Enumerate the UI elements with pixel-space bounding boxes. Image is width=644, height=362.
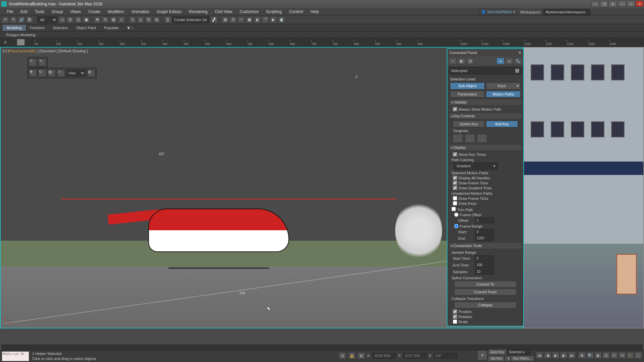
menu-group[interactable]: Group (48, 9, 66, 15)
doc-minimize-button[interactable]: – (591, 1, 599, 7)
timeline-config-icon[interactable]: ⋔ (3, 40, 7, 45)
key-flyout-icon[interactable]: ↯ (505, 356, 510, 361)
vp-2d-icon[interactable]: ⊞ (88, 69, 95, 77)
undo-icon[interactable]: ↶ (2, 16, 9, 23)
goto-start-icon[interactable]: ⏮ (536, 352, 543, 359)
modify-tab-icon[interactable]: ◧ (458, 58, 466, 64)
nav-orbit-icon[interactable]: ↻ (610, 352, 618, 359)
vp-move-icon[interactable]: ✥ (29, 69, 37, 77)
prev-frame-icon[interactable]: ◀ (544, 352, 551, 359)
nav-zoomext-icon[interactable]: ⊡ (602, 352, 610, 359)
doc-restore-button[interactable]: ❐ (600, 1, 608, 7)
link-icon[interactable]: 🔗 (18, 16, 25, 23)
select-icon[interactable]: ▭ (59, 16, 65, 23)
rollout-visibility[interactable]: Visibility (449, 99, 522, 106)
schematic-icon[interactable]: ▦ (246, 16, 253, 23)
maximize-button[interactable]: □ (627, 1, 635, 7)
path-coloring-dropdown[interactable]: Gradient▾ (454, 163, 498, 170)
menu-views[interactable]: Views (67, 9, 84, 15)
start-spinner[interactable] (475, 229, 494, 235)
autokey-button[interactable]: Auto Key (488, 349, 506, 355)
utilities-tab-icon[interactable]: 🔧 (514, 58, 522, 64)
viewport-label[interactable]: [+] [PhysCamera001 ] [Standard ] [Defaul… (3, 49, 88, 53)
viewport-perspective[interactable] (523, 47, 644, 328)
display-all-handles-checkbox[interactable]: Display All Handles (453, 176, 521, 180)
goto-end-icon[interactable]: ⏭ (568, 352, 576, 359)
named-sets-icon[interactable]: {} (164, 16, 171, 23)
always-show-checkbox[interactable]: Always Show Motion Path (453, 107, 521, 111)
selection-filter-dropdown[interactable]: All (37, 16, 57, 23)
delete-key-button[interactable]: Delete Key (453, 121, 485, 127)
menu-grapheditors[interactable]: Graph Editors (153, 9, 185, 15)
angle-snap-icon[interactable]: ∠ (137, 16, 144, 23)
nav-zoom-icon[interactable]: 🔍 (586, 352, 594, 359)
menu-content[interactable]: Content (286, 9, 307, 15)
nav-roll-icon[interactable]: ⟲ (619, 352, 626, 359)
subobject-button[interactable]: Sub-Object (450, 82, 485, 89)
nav-walk-icon[interactable]: 🚶 (627, 352, 634, 359)
rollout-conversion[interactable]: Conversion Tools (449, 242, 522, 249)
y-input[interactable] (403, 353, 427, 359)
end-spinner[interactable] (475, 235, 494, 241)
menu-help[interactable]: Help (307, 9, 322, 15)
rollout-display[interactable]: Display (449, 144, 522, 151)
frame-range-radio[interactable]: Frame Range (454, 224, 521, 228)
render-setup-icon[interactable]: 🎬 (262, 16, 269, 23)
command-panel-title[interactable]: Command Panel ✕ (447, 49, 523, 56)
panel-close-icon[interactable]: ✕ (518, 51, 521, 55)
selection-set-dropdown[interactable] (172, 16, 209, 23)
select-name-icon[interactable]: ☰ (67, 16, 73, 23)
window-crossing-icon[interactable]: ▣ (83, 16, 90, 23)
curve-editor-icon[interactable]: 〰 (238, 16, 245, 23)
collapse-button[interactable]: Collapse (454, 302, 517, 308)
vp-coord-dropdown[interactable]: View (67, 70, 86, 76)
isolate-icon[interactable]: ⊡ (339, 352, 346, 359)
signin-link[interactable]: 👤 YourUserName ▾ (478, 9, 518, 15)
layers-icon[interactable]: ☷ (230, 16, 236, 23)
minimize-button[interactable]: – (618, 1, 626, 7)
time-slider[interactable]: ⋔ 50100150200250300350400450500550600650… (0, 38, 644, 47)
show-key-times-checkbox[interactable]: Show Key Times (453, 152, 521, 157)
frame-offset-radio[interactable]: Frame Offset (454, 213, 521, 217)
doc-close-button[interactable]: ✕ (609, 1, 617, 7)
render-icon[interactable]: 🍵 (278, 16, 285, 23)
parameters-button[interactable]: Parameters (450, 91, 485, 98)
nav-maximize-icon[interactable]: ⛶ (635, 352, 642, 359)
object-name-field[interactable]: Helicopter (449, 67, 522, 74)
create-tab-icon[interactable]: + (449, 58, 457, 64)
menu-scripting[interactable]: Scripting (263, 9, 285, 15)
vp-undo-icon[interactable]: ↶ (29, 59, 37, 66)
nav-fov-icon[interactable]: ◐ (594, 352, 602, 359)
set-key-big-button[interactable]: + (477, 350, 487, 360)
lock-icon[interactable]: 🔒 (348, 352, 356, 359)
vp-rotate-icon[interactable]: ↻ (39, 69, 46, 77)
snap-icon[interactable]: 3 (129, 16, 136, 23)
close-button[interactable]: ✕ (636, 1, 644, 7)
spinner-snap-icon[interactable]: ⊕ (153, 16, 160, 23)
tab-modeling[interactable]: Modeling (3, 25, 26, 31)
menu-animation[interactable]: Animation (128, 9, 153, 15)
end-time-spinner[interactable] (475, 262, 494, 268)
tab-selection[interactable]: Selection (49, 25, 72, 31)
motion-tab-icon[interactable]: ● (496, 58, 504, 64)
menu-rendering[interactable]: Rendering (185, 9, 211, 15)
play-icon[interactable]: ▶ (552, 352, 559, 359)
maxscript-listener[interactable]: MAXScript Mi: (2, 352, 29, 361)
menu-tools[interactable]: Tools (32, 9, 48, 15)
display-tab-icon[interactable]: ▭ (505, 58, 513, 64)
draw-frame-ticks-checkbox[interactable]: Draw Frame Ticks (453, 181, 521, 185)
menu-edit[interactable]: Edit (17, 9, 31, 15)
nav-pan-icon[interactable]: ✥ (578, 352, 586, 359)
menu-file[interactable]: File (3, 9, 16, 15)
convert-from-button[interactable]: Convert From (454, 289, 517, 295)
next-frame-icon[interactable]: ▶ (560, 352, 568, 359)
keys-dropdown[interactable]: Keys (486, 82, 521, 89)
rotate-icon[interactable]: ↻ (102, 16, 109, 23)
hierarchy-tab-icon[interactable]: ⊟ (466, 58, 474, 64)
unlink-icon[interactable]: ⛓ (26, 16, 33, 23)
mirror-icon[interactable]: ▞ (211, 16, 217, 23)
subtab-polymodeling[interactable]: Polygon Modeling (3, 32, 39, 38)
move-icon[interactable]: ✥ (94, 16, 101, 23)
keyfilters-button[interactable]: Key Filters... (511, 356, 534, 361)
rotation-checkbox[interactable]: Rotation (453, 314, 521, 319)
